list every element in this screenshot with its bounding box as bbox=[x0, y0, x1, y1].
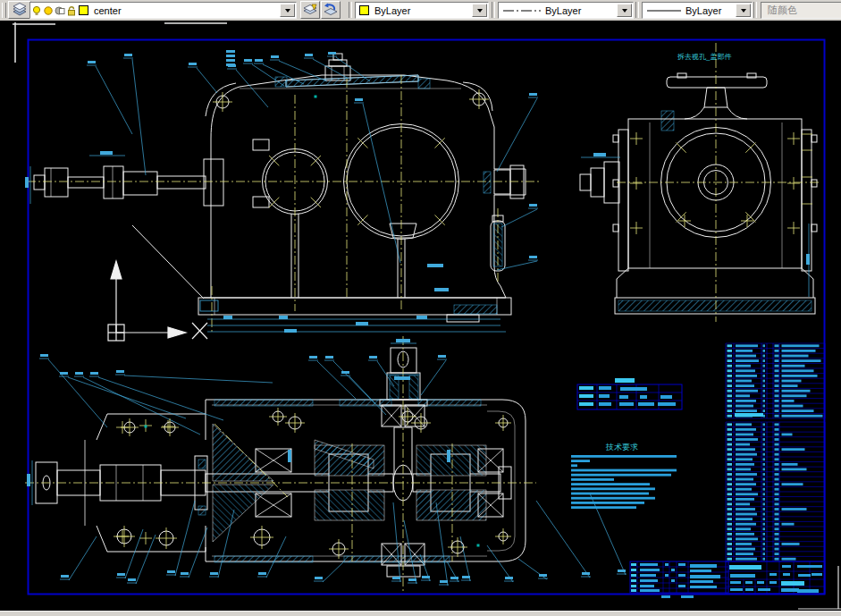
plot-style-combo: 随颜色 bbox=[761, 2, 841, 19]
layer-previous-icon bbox=[323, 3, 339, 17]
tech-requirements bbox=[571, 455, 677, 509]
toolbar-separator bbox=[349, 2, 352, 18]
title-block bbox=[630, 561, 825, 598]
side-view-note: 拆去视孔_盖部件 bbox=[677, 53, 731, 61]
paper-corner-lines bbox=[798, 566, 841, 609]
layer-properties-button[interactable] bbox=[8, 1, 31, 19]
side-view bbox=[580, 73, 817, 314]
make-object-layer-current-button[interactable] bbox=[300, 1, 320, 19]
gear-parameter-table bbox=[577, 378, 682, 409]
color-combo-dropdown-arrow[interactable] bbox=[472, 4, 487, 17]
window-edge-artifacts bbox=[13, 22, 227, 63]
linetype-combo-value: ByLayer bbox=[545, 5, 581, 16]
toolbar-separator bbox=[492, 2, 495, 18]
base-detail bbox=[200, 300, 218, 311]
linetype-combo-dropdown-arrow[interactable] bbox=[617, 4, 632, 17]
plot-style-value: 随颜色 bbox=[768, 4, 797, 17]
layers-stack-icon bbox=[11, 3, 29, 17]
section-view-hatch bbox=[198, 376, 486, 562]
tech-req-title: 技术要求 bbox=[605, 443, 638, 451]
layer-on-bulb-icon[interactable] bbox=[31, 5, 42, 16]
command-bar-strip bbox=[0, 611, 841, 616]
color-combo-value: ByLayer bbox=[374, 5, 410, 16]
object-properties-toolbar: center ByLayer bbox=[0, 0, 841, 21]
drawing-canvas[interactable]: 拆去视孔_盖部件 bbox=[0, 21, 841, 611]
toolbar-separator bbox=[635, 2, 639, 18]
toolbar-grip[interactable] bbox=[2, 3, 6, 18]
layer-previous-button[interactable] bbox=[321, 1, 341, 19]
lineweight-combo[interactable]: ByLayer bbox=[642, 2, 753, 19]
linetype-glyph-icon bbox=[502, 6, 542, 15]
layer-lock-icon[interactable] bbox=[66, 5, 77, 16]
color-combo[interactable]: ByLayer bbox=[355, 2, 489, 19]
layer-combo-dropdown-arrow[interactable] bbox=[280, 4, 295, 17]
layer-combo[interactable]: center bbox=[29, 2, 297, 19]
lineweight-combo-dropdown-arrow[interactable] bbox=[736, 4, 751, 17]
layer-freeze-sun-icon[interactable] bbox=[43, 5, 54, 16]
parts-list-table bbox=[726, 343, 825, 561]
lineweight-combo-value: ByLayer bbox=[685, 5, 721, 16]
side-view-hatch bbox=[618, 300, 812, 311]
lineweight-glyph-icon bbox=[646, 6, 682, 15]
layer-viewport-freeze-icon[interactable] bbox=[55, 5, 65, 16]
cad-application-window: center ByLayer bbox=[0, 0, 841, 616]
ucs-icon bbox=[108, 261, 207, 341]
color-combo-swatch bbox=[359, 5, 369, 15]
linetype-combo[interactable]: ByLayer bbox=[498, 2, 634, 19]
front-view bbox=[34, 54, 526, 322]
layer-color-swatch bbox=[79, 5, 88, 15]
layer-current-icon bbox=[302, 3, 318, 17]
front-view-hatch bbox=[275, 75, 674, 314]
toolbar-separator bbox=[753, 2, 757, 18]
drawing-svg: 拆去视孔_盖部件 bbox=[0, 21, 841, 611]
layer-combo-value: center bbox=[94, 5, 122, 16]
